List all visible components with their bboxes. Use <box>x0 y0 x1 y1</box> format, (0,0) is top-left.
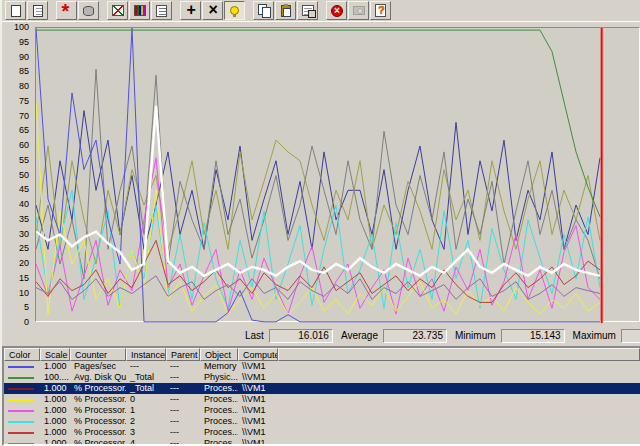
y-axis-label: 50 <box>19 170 29 180</box>
y-axis-label: 25 <box>19 243 29 253</box>
cell-scale: 1.000 <box>40 416 70 427</box>
column-header-filler <box>278 348 640 361</box>
y-axis-label: 100 <box>14 22 29 32</box>
copy-icon <box>258 4 270 17</box>
column-header-instance[interactable]: Instance <box>126 348 166 361</box>
column-header-counter[interactable]: Counter <box>70 348 126 361</box>
y-axis-label: 30 <box>19 229 29 239</box>
column-header-color[interactable]: Color <box>4 348 40 361</box>
y-axis-label: 90 <box>19 52 29 62</box>
help-button[interactable] <box>370 1 391 20</box>
cell-computer: \\VM1 <box>238 372 278 383</box>
cell-counter: % Processor... <box>70 438 126 446</box>
cell-counter: % Processor... <box>70 394 126 405</box>
counter-row[interactable]: 1.000% Processor..._Total---Proces...\\V… <box>4 383 640 394</box>
cell-scale: 1.000 <box>40 383 70 394</box>
series-extra-navy <box>36 111 600 250</box>
cell-color <box>4 405 40 416</box>
column-header-parent[interactable]: Parent <box>166 348 200 361</box>
cell-instance: _Total <box>126 383 166 394</box>
cell-scale: 100.... <box>40 372 70 383</box>
freeze-icon <box>331 5 343 17</box>
y-axis-label: 95 <box>19 37 29 47</box>
counter-color-swatch <box>8 366 34 368</box>
cell-parent: --- <box>166 427 200 438</box>
view-report-button[interactable] <box>151 1 172 20</box>
y-axis: 1009590858075706560555045403530252015105… <box>2 22 31 325</box>
paste-counter-list-button[interactable] <box>275 1 296 20</box>
view-current-activity-button[interactable] <box>56 1 77 20</box>
clear-page-icon <box>33 5 43 17</box>
cell-instance: 2 <box>126 416 166 427</box>
y-axis-label: 80 <box>19 81 29 91</box>
counter-color-swatch <box>8 421 34 423</box>
copy-properties-button[interactable] <box>253 1 274 20</box>
cell-parent: --- <box>166 438 200 446</box>
counter-row[interactable]: 1.000% Processor...2---Proces...\\VM1 <box>4 416 640 427</box>
cell-counter: % Processor... <box>70 383 126 394</box>
counter-color-swatch <box>8 399 34 401</box>
counter-row[interactable]: 1.000Pages/sec------Memory\\VM1 <box>4 361 640 372</box>
cell-instance: 0 <box>126 394 166 405</box>
current-activity-icon <box>60 4 74 18</box>
highlight-button[interactable] <box>224 1 245 20</box>
cell-computer: \\VM1 <box>238 405 278 416</box>
counter-row[interactable]: 100....Avg. Disk Qu..._Total---Physic...… <box>4 372 640 383</box>
stat-value-maximum: 73.640 <box>621 329 640 343</box>
cell-color <box>4 427 40 438</box>
cell-object: Proces... <box>200 416 238 427</box>
series-processor-1 <box>36 158 600 314</box>
view-histogram-button[interactable] <box>129 1 150 20</box>
cell-counter: Pages/sec <box>70 361 126 372</box>
counter-row[interactable]: 1.000% Processor...0---Proces...\\VM1 <box>4 394 640 405</box>
y-axis-label: 85 <box>19 66 29 76</box>
column-header-object[interactable]: Object <box>200 348 238 361</box>
cell-color <box>4 361 40 372</box>
update-data-button[interactable] <box>348 1 369 20</box>
cell-object: Proces... <box>200 394 238 405</box>
y-axis-label: 60 <box>19 140 29 150</box>
counter-row[interactable]: 1.000% Processor...1---Proces...\\VM1 <box>4 405 640 416</box>
counter-color-swatch <box>8 443 34 445</box>
properties-button[interactable] <box>297 1 318 20</box>
cell-instance: 1 <box>126 405 166 416</box>
plus-icon <box>184 4 198 18</box>
cell-object: Proces... <box>200 383 238 394</box>
delete-counter-button[interactable] <box>202 1 223 20</box>
column-header-scale[interactable]: Scale <box>40 348 70 361</box>
stat-value-minimum: 15.143 <box>501 329 565 343</box>
clear-display-button[interactable] <box>27 1 48 20</box>
cell-counter: % Processor... <box>70 416 126 427</box>
lightbulb-icon <box>230 6 239 15</box>
new-counter-set-button[interactable] <box>5 1 26 20</box>
cell-parent: --- <box>166 361 200 372</box>
stat-label-last: Last <box>245 330 264 341</box>
view-graph-button[interactable] <box>107 1 128 20</box>
camera-icon <box>353 6 365 15</box>
cell-object: Proces... <box>200 427 238 438</box>
y-axis-label: 70 <box>19 111 29 121</box>
performance-graph <box>36 28 640 323</box>
legend-rows: 1.000Pages/sec------Memory\\VM1100....Av… <box>4 361 640 446</box>
y-axis-label: 45 <box>19 184 29 194</box>
cell-computer: \\VM1 <box>238 383 278 394</box>
freeze-display-button[interactable] <box>326 1 347 20</box>
cell-object: Proces... <box>200 438 238 446</box>
y-axis-label: 65 <box>19 125 29 135</box>
y-axis-label: 55 <box>19 155 29 165</box>
add-counter-button[interactable] <box>180 1 201 20</box>
y-axis-label: 35 <box>19 214 29 224</box>
system-monitor-window: 1009590858075706560555045403530252015105… <box>0 0 640 446</box>
cell-parent: --- <box>166 405 200 416</box>
cell-instance: --- <box>126 361 166 372</box>
cell-instance: _Total <box>126 372 166 383</box>
counter-row[interactable]: 1.000% Processor...3---Proces...\\VM1 <box>4 427 640 438</box>
cell-scale: 1.000 <box>40 427 70 438</box>
view-log-data-button[interactable] <box>78 1 99 20</box>
counter-row[interactable]: 1.000% Processor...4---Proces...\\VM1 <box>4 438 640 446</box>
counter-color-swatch <box>8 388 34 390</box>
y-axis-label: 10 <box>19 288 29 298</box>
log-database-icon <box>83 6 94 16</box>
column-header-computer[interactable]: Computer <box>238 348 278 361</box>
blank-page-icon <box>11 5 21 17</box>
